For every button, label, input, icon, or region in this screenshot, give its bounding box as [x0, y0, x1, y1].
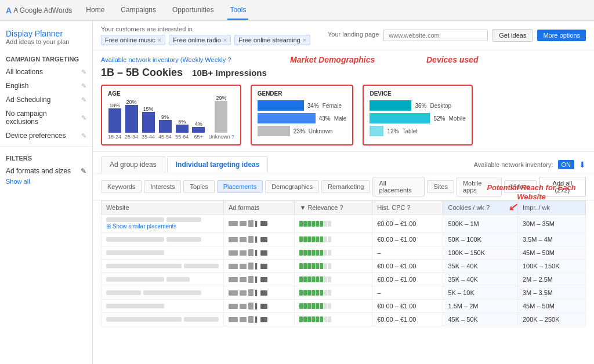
rel-bar — [312, 290, 315, 296]
target-tab-all-placements[interactable]: All placements — [372, 177, 425, 196]
website-placeholder — [106, 277, 164, 282]
target-tab-topics[interactable]: Topics — [183, 180, 214, 193]
rel-bar — [299, 290, 303, 296]
tag-radio-remove[interactable]: × — [223, 37, 227, 43]
unknown-help-icon[interactable]: ? — [231, 134, 234, 140]
landing-input[interactable] — [383, 30, 488, 41]
help-icon[interactable]: ? — [227, 56, 231, 63]
tag-music-remove[interactable]: × — [158, 37, 161, 43]
format-icon-sq — [240, 237, 247, 242]
target-tab-demographics[interactable]: Demographics — [265, 180, 319, 193]
rel-bar — [312, 316, 315, 322]
main-layout: Display Planner Add ideas to your plan C… — [0, 21, 594, 364]
more-options-button[interactable]: More options — [537, 30, 586, 41]
sidebar-item-exclusions[interactable]: No campaign exclusions ✎ — [0, 107, 92, 129]
interest-label-text: Your customers are interested in — [101, 26, 310, 32]
rel-bar — [303, 263, 307, 269]
sidebar-divider — [0, 146, 92, 147]
show-all-link[interactable]: Show all — [0, 178, 92, 188]
cookies-cell: 500K – 1M — [443, 214, 517, 233]
rel-bar — [303, 316, 307, 322]
cookies-impressions: 1B – 5B Cookies 10B+ Impressions — [101, 67, 586, 79]
rel-bar — [316, 263, 319, 269]
edit-icon: ✎ — [81, 167, 86, 175]
target-tab-remarketing[interactable]: Remarketing — [321, 180, 370, 193]
target-tab-mobile-apps[interactable]: Mobile apps — [457, 177, 502, 196]
age-pct-25: 20% — [126, 99, 137, 105]
rel-bar — [324, 303, 327, 309]
age-range-35: 35-44 — [142, 134, 155, 140]
edit-icon: ✎ — [81, 82, 86, 90]
target-tab-placements[interactable]: Placements — [217, 180, 263, 193]
format-icon-tall — [248, 316, 253, 323]
nav-campaigns[interactable]: Campaigns — [118, 1, 158, 20]
gender-male-label: Male — [334, 115, 347, 122]
tag-radio[interactable]: Free online radio × — [169, 35, 231, 45]
target-tab-sites[interactable]: Sites — [427, 180, 454, 193]
sidebar-item-exclusions-label: No campaign exclusions — [6, 110, 81, 126]
rel-bar — [324, 263, 327, 269]
tag-music[interactable]: Free online music × — [101, 35, 165, 45]
website-placeholder — [166, 217, 201, 222]
rel-bar — [320, 263, 323, 269]
age-bar-65-fill — [192, 127, 205, 133]
tab-ad-group-ideas[interactable]: Ad group ideas — [101, 156, 165, 173]
weekly-dropdown[interactable]: Weekly — [205, 56, 226, 63]
edit-icon: ✎ — [81, 96, 86, 104]
website-placeholder — [106, 304, 164, 308]
sidebar-item-device-prefs[interactable]: Device preferences ✎ — [0, 129, 92, 143]
device-mobile-pct: 52% — [433, 115, 445, 122]
website-placeholder — [166, 237, 201, 242]
cookies-cell: 1.5M – 2M — [443, 300, 517, 313]
tag-streaming-remove[interactable]: × — [303, 37, 306, 43]
main-tab-row: Ad group ideas Individual targeting idea… — [101, 156, 270, 173]
age-range-45: 45-54 — [158, 134, 172, 140]
table-body: ⊞ Show similar placements ▌ €0.00 – €1.0… — [102, 214, 586, 326]
table-row: ▌ €0.00 – €1.0035K – 40K100K – 150K — [102, 260, 586, 273]
format-icon-sq — [240, 277, 247, 282]
get-ideas-button[interactable]: Get ideas — [492, 29, 533, 42]
format-icons: ▌ — [229, 289, 289, 296]
target-tab-interests[interactable]: Interests — [144, 180, 181, 193]
website-placeholder — [184, 264, 219, 268]
rel-bar — [312, 276, 315, 282]
target-tab-videos[interactable]: Videos — [504, 180, 536, 193]
sidebar-item-locations[interactable]: All locations ✎ — [0, 65, 92, 79]
download-icon[interactable]: ⬇ — [579, 160, 586, 169]
format-icon-sq — [240, 264, 247, 269]
tab-right-info: Available network inventory: ON ⬇ — [474, 160, 586, 169]
add-all-button[interactable]: Add all (272) — [539, 177, 586, 196]
charts-row: AGE 18% 18-24 20% 25-34 — [101, 85, 586, 145]
sidebar-item-language[interactable]: English ✎ — [0, 79, 92, 93]
rel-bar — [307, 221, 311, 227]
nav-opportunities[interactable]: Opportunities — [170, 1, 216, 20]
rel-bar — [316, 316, 319, 322]
hist-cpc-cell: €0.00 – €1.00 — [372, 260, 443, 273]
age-bar-55-64: 6% 55-64 — [175, 119, 189, 140]
table-row: ▌ –5K – 10K3M – 3.5M — [102, 286, 586, 300]
ad-formats-cell: ▌ — [224, 286, 295, 300]
col-hist-cpc: Hist. CPC ? — [372, 201, 443, 214]
sidebar-item-scheduling[interactable]: Ad Scheduling ✎ — [0, 93, 92, 107]
sidebar-subtitle: Add ideas to your plan — [0, 38, 92, 51]
rel-bar — [299, 276, 303, 282]
demo-header-text: Available network inventory (Weekly — [101, 56, 203, 63]
table-header-row: Website Ad formats ▼ Relevance ? Hist. C… — [102, 201, 586, 214]
rel-bar — [312, 236, 315, 242]
tag-streaming[interactable]: Free online streaming × — [234, 35, 310, 45]
device-bar-tablet — [370, 126, 383, 136]
rel-bar — [307, 250, 311, 256]
sidebar-filter-ad-formats[interactable]: Ad formats and sizes ✎ — [0, 164, 92, 178]
age-range-18: 18-24 — [108, 134, 121, 140]
device-mobile-row: 52% Mobile — [370, 113, 465, 123]
nav-home[interactable]: Home — [84, 1, 107, 20]
rel-bar — [320, 276, 323, 282]
target-tab-keywords[interactable]: Keywords — [101, 180, 142, 193]
show-similar-link[interactable]: ⊞ Show similar placements — [106, 223, 219, 230]
nav-tools[interactable]: Tools — [227, 1, 248, 20]
toggle-on[interactable]: ON — [558, 160, 575, 169]
rel-bar — [324, 276, 327, 282]
format-icon-tall — [248, 303, 253, 310]
tab-individual-targeting[interactable]: Individual targeting ideas — [167, 156, 269, 173]
age-bar-18-24: 18% 18-24 — [108, 103, 121, 140]
